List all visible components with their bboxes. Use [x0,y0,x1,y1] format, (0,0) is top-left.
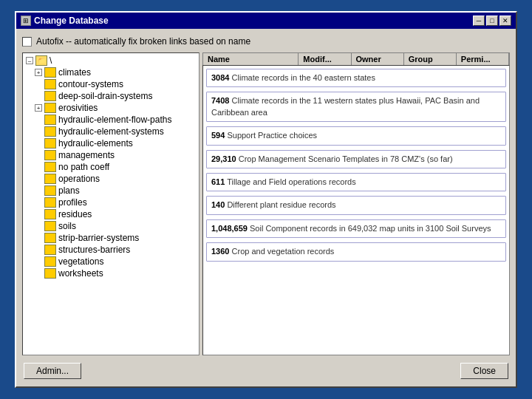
autofix-checkbox[interactable] [22,37,32,47]
close-button[interactable]: Close [460,363,508,379]
worksheets-folder-icon [44,268,56,279]
info-panel: Name Modif... Owner Group Permi... 3084 … [202,52,510,355]
tree-item-climates[interactable]: + climates [33,66,197,78]
close-button[interactable]: ✕ [499,16,511,26]
card7-number: 1,048,659 [211,224,248,233]
card8-desc: Crop and vegetation records [232,247,335,256]
climates-folder-icon [44,67,56,78]
info-card-2: 7408 Climate records in the 11 western s… [206,92,506,122]
deep-soil-label: deep-soil-drain-systems [58,91,152,101]
contour-systems-label: contour-systems [58,79,123,89]
card7-desc: Soil Component records in 649,032 map un… [250,224,491,233]
tree-item-worksheets[interactable]: worksheets [33,267,197,279]
col-permi: Permi... [457,53,509,65]
title-buttons: ─ □ ✕ [473,16,511,26]
climates-expand-btn[interactable]: + [35,69,42,76]
tree-item-contour-systems[interactable]: contour-systems [33,78,197,90]
maximize-button[interactable]: □ [486,16,498,26]
tree-item-vegetations[interactable]: vegetations [33,256,197,267]
info-card-3: 594 Support Practice choices [206,126,506,145]
card5-number: 611 [211,177,225,186]
tree-children: + climates contour-systems deep-soil-dra… [24,66,197,279]
profiles-label: profiles [58,197,87,208]
card6-number: 140 [211,200,225,209]
hyd-elements-folder-icon [44,138,56,149]
tree-item-hyd-flow[interactable]: hydraulic-element-flow-paths [33,114,197,126]
tree-item-erosivities[interactable]: + erosivities [33,102,197,114]
climates-label: climates [58,67,91,78]
tree-item-structures[interactable]: structures-barriers [33,244,197,256]
tree-root[interactable]: – 📁 \ [24,55,197,66]
card4-desc: Crop Management Scenario Templates in 78… [239,154,453,163]
col-modif: Modif... [299,53,351,65]
card3-number: 594 [211,131,225,140]
hyd-systems-folder-icon [44,126,56,137]
profiles-folder-icon [44,197,56,208]
tree-item-strip-barrier[interactable]: strip-barrier-systems [33,232,197,244]
tree-item-soils[interactable]: soils [33,220,197,232]
no-path-folder-icon [44,162,56,172]
card2-desc: Climate records in the 11 western states… [211,96,480,116]
card3-desc: Support Practice choices [227,131,317,140]
info-card-1: 3084 Climate records in the 40 eastern s… [206,69,506,87]
dialog-footer: Admin... Close [22,360,510,381]
plans-folder-icon [44,185,56,196]
info-card-6: 140 Different plant residue records [206,196,506,214]
tree-item-hyd-systems[interactable]: hydraulic-element-systems [33,126,197,137]
no-path-label: no path coeff [58,162,109,172]
tree-item-hyd-elements[interactable]: hydraulic-elements [33,137,197,149]
card8-number: 1360 [211,247,229,256]
info-table-body: 3084 Climate records in the 40 eastern s… [202,65,510,355]
card4-number: 29,310 [211,154,236,163]
info-card-5: 611 Tillage and Field operations records [206,173,506,191]
card1-desc: Climate records in the 40 eastern states [232,73,375,82]
info-card-7: 1,048,659 Soil Component records in 649,… [206,219,506,238]
vegetations-folder-icon [44,256,56,267]
dialog-title: Change Database [34,16,109,26]
main-area: – 📁 \ + climates contour-systems [22,52,510,355]
dialog-body: Autofix -- automatically fix broken link… [16,29,516,386]
residues-folder-icon [44,209,56,219]
managements-folder-icon [44,150,56,160]
contour-folder-icon [44,79,56,89]
strip-barrier-label: strip-barrier-systems [58,233,139,243]
tree-item-no-path[interactable]: no path coeff [33,161,197,173]
col-owner: Owner [352,53,404,65]
managements-label: managements [58,150,115,160]
dialog-icon: ⊞ [21,16,31,26]
worksheets-label: worksheets [58,268,103,279]
card5-desc: Tillage and Field operations records [227,177,355,186]
erosivities-label: erosivities [58,103,98,113]
structures-label: structures-barriers [58,245,130,255]
tree-item-operations[interactable]: operations [33,173,197,185]
soils-folder-icon [44,221,56,231]
tree-item-deep-soil[interactable]: deep-soil-drain-systems [33,90,197,102]
tree-item-plans[interactable]: plans [33,185,197,197]
hyd-elements-label: hydraulic-elements [58,138,133,149]
tree-item-profiles[interactable]: profiles [33,197,197,208]
tree-item-residues[interactable]: residues [33,208,197,220]
tree-root-label: \ [50,55,52,66]
vegetations-label: vegetations [58,256,103,267]
root-expand-btn[interactable]: – [26,57,33,64]
hyd-flow-folder-icon [44,115,56,125]
plans-label: plans [58,185,80,196]
info-card-4: 29,310 Crop Management Scenario Template… [206,150,506,168]
title-bar-left: ⊞ Change Database [21,16,109,26]
strip-barrier-folder-icon [44,233,56,243]
col-name: Name [203,53,299,65]
card1-number: 3084 [211,73,229,82]
deep-soil-folder-icon [44,91,56,101]
change-database-dialog: ⊞ Change Database ─ □ ✕ Autofix -- autom… [15,11,517,388]
operations-folder-icon [44,174,56,184]
root-folder-icon: 📁 [35,55,47,66]
operations-label: operations [58,174,100,184]
hyd-systems-label: hydraulic-element-systems [58,126,164,137]
erosivities-folder-icon [44,103,56,113]
residues-label: residues [58,209,92,219]
minimize-button[interactable]: ─ [473,16,485,26]
erosivities-expand-btn[interactable]: + [35,104,42,112]
admin-button[interactable]: Admin... [24,363,81,379]
tree-item-managements[interactable]: managements [33,149,197,161]
tree-panel[interactable]: – 📁 \ + climates contour-systems [22,52,200,355]
